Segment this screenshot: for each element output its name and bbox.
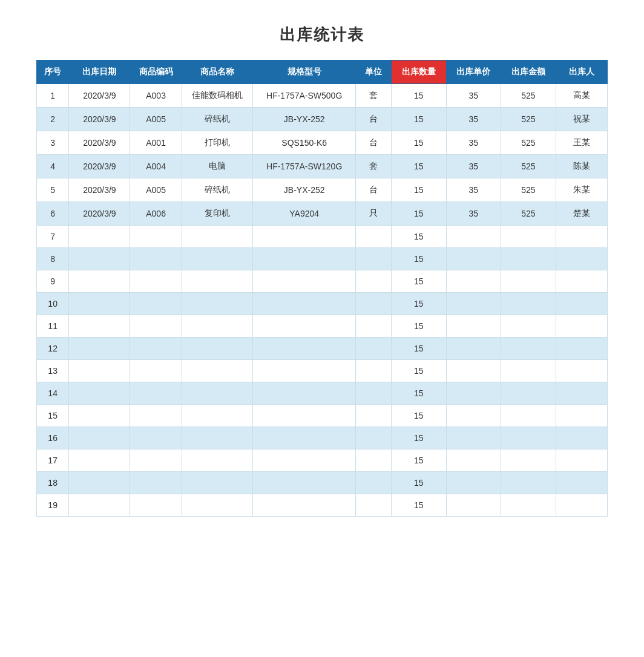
col-header-name: 商品名称 bbox=[182, 60, 252, 84]
cell-date bbox=[69, 449, 130, 472]
cell-price bbox=[446, 248, 501, 270]
cell-unit bbox=[356, 226, 392, 248]
cell-spec bbox=[252, 449, 355, 472]
cell-name bbox=[182, 338, 252, 360]
cell-date: 2020/3/9 bbox=[69, 202, 130, 226]
cell-spec bbox=[252, 248, 355, 270]
cell-price bbox=[446, 226, 501, 248]
cell-name bbox=[182, 449, 252, 472]
cell-name bbox=[182, 270, 252, 293]
cell-date bbox=[69, 360, 130, 382]
cell-date bbox=[69, 338, 130, 360]
cell-price bbox=[446, 382, 501, 405]
cell-person bbox=[556, 494, 607, 517]
cell-person bbox=[556, 405, 607, 427]
cell-date bbox=[69, 248, 130, 270]
cell-seq: 3 bbox=[37, 131, 69, 155]
cell-code bbox=[130, 405, 182, 427]
cell-amount: 525 bbox=[501, 178, 556, 202]
cell-amount bbox=[501, 405, 556, 427]
cell-spec bbox=[252, 315, 355, 338]
cell-code bbox=[130, 472, 182, 494]
cell-person: 王某 bbox=[556, 131, 607, 155]
cell-amount bbox=[501, 315, 556, 338]
cell-code: A006 bbox=[130, 202, 182, 226]
cell-qty: 15 bbox=[392, 382, 447, 405]
cell-unit: 套 bbox=[356, 155, 392, 178]
cell-seq: 6 bbox=[37, 202, 69, 226]
table-row: 1015 bbox=[37, 293, 608, 315]
cell-name bbox=[182, 315, 252, 338]
cell-qty: 15 bbox=[392, 472, 447, 494]
cell-spec: JB-YX-252 bbox=[252, 108, 355, 131]
cell-price bbox=[446, 315, 501, 338]
table-row: 62020/3/9A006复印机YA9204只1535525楚某 bbox=[37, 202, 608, 226]
cell-date: 2020/3/9 bbox=[69, 178, 130, 202]
cell-qty: 15 bbox=[392, 494, 447, 517]
cell-date bbox=[69, 226, 130, 248]
cell-spec bbox=[252, 270, 355, 293]
cell-code: A001 bbox=[130, 131, 182, 155]
cell-code bbox=[130, 270, 182, 293]
cell-unit bbox=[356, 382, 392, 405]
cell-amount bbox=[501, 472, 556, 494]
cell-unit: 台 bbox=[356, 108, 392, 131]
cell-code bbox=[130, 494, 182, 517]
table-row: 715 bbox=[37, 226, 608, 248]
cell-spec bbox=[252, 472, 355, 494]
cell-unit bbox=[356, 494, 392, 517]
cell-amount bbox=[501, 338, 556, 360]
cell-name bbox=[182, 226, 252, 248]
cell-date bbox=[69, 270, 130, 293]
col-header-seq: 序号 bbox=[37, 60, 69, 84]
table-row: 1815 bbox=[37, 472, 608, 494]
cell-name bbox=[182, 293, 252, 315]
col-header-spec: 规格型号 bbox=[252, 60, 355, 84]
cell-seq: 4 bbox=[37, 155, 69, 178]
col-header-unit: 单位 bbox=[356, 60, 392, 84]
cell-code: A005 bbox=[130, 178, 182, 202]
cell-person bbox=[556, 472, 607, 494]
cell-qty: 15 bbox=[392, 427, 447, 449]
cell-price bbox=[446, 360, 501, 382]
cell-price bbox=[446, 270, 501, 293]
cell-qty: 15 bbox=[392, 405, 447, 427]
col-header-code: 商品编码 bbox=[130, 60, 182, 84]
cell-spec bbox=[252, 360, 355, 382]
cell-seq: 14 bbox=[37, 382, 69, 405]
cell-spec bbox=[252, 226, 355, 248]
cell-unit bbox=[356, 248, 392, 270]
cell-amount: 525 bbox=[501, 84, 556, 108]
table-row: 1715 bbox=[37, 449, 608, 472]
cell-unit: 只 bbox=[356, 202, 392, 226]
cell-unit bbox=[356, 405, 392, 427]
cell-amount: 525 bbox=[501, 131, 556, 155]
cell-seq: 15 bbox=[37, 405, 69, 427]
table-row: 1415 bbox=[37, 382, 608, 405]
cell-name: 打印机 bbox=[182, 131, 252, 155]
cell-code: A004 bbox=[130, 155, 182, 178]
cell-name: 碎纸机 bbox=[182, 178, 252, 202]
table-row: 915 bbox=[37, 270, 608, 293]
cell-seq: 17 bbox=[37, 449, 69, 472]
cell-price: 35 bbox=[446, 178, 501, 202]
cell-person bbox=[556, 293, 607, 315]
cell-code: A005 bbox=[130, 108, 182, 131]
cell-price: 35 bbox=[446, 131, 501, 155]
cell-qty: 15 bbox=[392, 270, 447, 293]
cell-price bbox=[446, 427, 501, 449]
cell-qty: 15 bbox=[392, 360, 447, 382]
table-body: 12020/3/9A003佳能数码相机HF-1757A-SW500G套15355… bbox=[37, 84, 608, 517]
cell-qty: 15 bbox=[392, 202, 447, 226]
cell-qty: 15 bbox=[392, 315, 447, 338]
cell-code bbox=[130, 360, 182, 382]
cell-spec: SQS150-K6 bbox=[252, 131, 355, 155]
cell-spec bbox=[252, 382, 355, 405]
cell-amount bbox=[501, 427, 556, 449]
cell-seq: 12 bbox=[37, 338, 69, 360]
cell-amount bbox=[501, 382, 556, 405]
cell-spec bbox=[252, 405, 355, 427]
cell-name: 碎纸机 bbox=[182, 108, 252, 131]
table-row: 1915 bbox=[37, 494, 608, 517]
table-row: 52020/3/9A005碎纸机JB-YX-252台1535525朱某 bbox=[37, 178, 608, 202]
